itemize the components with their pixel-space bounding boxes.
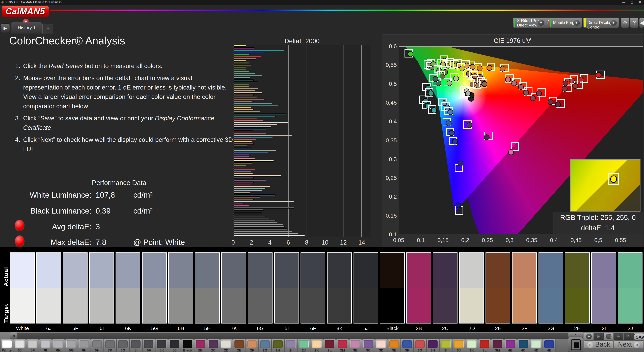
deltae-bar[interactable] — [234, 118, 257, 119]
comparator-column[interactable]: 7K — [221, 252, 247, 331]
deltae-bar[interactable] — [234, 92, 262, 93]
comparator-column[interactable]: 8K — [326, 252, 353, 331]
continuous-read-button[interactable]: ∞ — [614, 333, 623, 340]
comparator-column[interactable]: 6J — [36, 252, 62, 331]
deltae-bar[interactable] — [234, 201, 294, 202]
patch-button-3b[interactable]: 3B — [349, 339, 362, 352]
deltae-bar[interactable] — [234, 107, 251, 108]
deltae-bar[interactable] — [234, 99, 264, 100]
minimize-button[interactable]: — — [620, 0, 628, 5]
deltae-bar[interactable] — [234, 139, 256, 140]
patch-button-2c[interactable]: 2C — [207, 339, 220, 352]
measured-point[interactable] — [446, 80, 452, 86]
comparator-column[interactable]: 5J — [353, 252, 379, 331]
patch-button-3j[interactable]: 3J — [452, 339, 465, 352]
deltae-bar[interactable] — [234, 169, 256, 170]
deltae-bar[interactable] — [234, 105, 278, 106]
deltae-bar[interactable] — [234, 150, 276, 151]
comparator-column[interactable]: 5I — [274, 252, 300, 331]
measured-point[interactable] — [511, 80, 517, 86]
comparator-column[interactable]: 6H — [168, 252, 194, 331]
measured-point[interactable] — [446, 120, 452, 126]
patch-button-4e[interactable]: 4E — [543, 339, 556, 352]
patch-button-3m[interactable]: 3M — [491, 339, 504, 352]
measured-point[interactable] — [572, 83, 578, 89]
deltae-bar[interactable] — [234, 45, 246, 47]
deltae-bar[interactable] — [234, 56, 261, 57]
deltae-bar[interactable] — [234, 64, 251, 66]
measured-point[interactable] — [523, 90, 529, 95]
patch-button-black[interactable]: Black — [181, 339, 194, 352]
patch-button-white[interactable]: White — [0, 339, 13, 352]
patch-button-3k[interactable]: 3K — [465, 339, 478, 352]
deltae-bar[interactable] — [234, 113, 286, 115]
measured-point[interactable] — [456, 203, 461, 208]
patch-button-3g[interactable]: 3G — [414, 339, 426, 352]
deltae-bar[interactable] — [234, 88, 258, 89]
deltae-bar[interactable] — [234, 111, 260, 113]
deltae-bar[interactable] — [234, 122, 288, 123]
play-button[interactable]: ▶ — [594, 333, 604, 340]
source-dropdown[interactable]: Mobile Forge ▼ — [549, 17, 582, 28]
deltae-bar[interactable] — [234, 135, 292, 136]
deltae-bar[interactable] — [234, 220, 276, 221]
deltae-bar[interactable] — [234, 75, 262, 76]
comparator-column[interactable]: 2D — [458, 252, 485, 331]
deltae-bar[interactable] — [234, 52, 266, 53]
measured-point[interactable] — [428, 90, 434, 96]
deltae-bar[interactable] — [234, 158, 256, 160]
patch-button-3c[interactable]: 3C — [362, 339, 375, 352]
deltae-bar[interactable] — [234, 233, 298, 234]
deltae-bar[interactable] — [234, 79, 254, 81]
measured-point[interactable] — [518, 84, 524, 90]
deltae-chart[interactable] — [233, 44, 371, 237]
deltae-bar[interactable] — [234, 103, 272, 104]
deltae-bar[interactable] — [234, 126, 271, 128]
deltae-bar[interactable] — [234, 209, 264, 211]
deltae-bar[interactable] — [234, 205, 249, 206]
comparator-column[interactable]: 6G — [247, 252, 274, 331]
deltae-bar[interactable] — [234, 222, 278, 223]
deltae-bar[interactable] — [234, 216, 266, 217]
deltae-bar[interactable] — [234, 194, 276, 196]
deltae-bar[interactable] — [234, 214, 262, 215]
deltae-bar[interactable] — [234, 71, 249, 72]
deltae-bar[interactable] — [234, 162, 252, 164]
deltae-bar[interactable] — [234, 231, 292, 232]
deltae-bar[interactable] — [234, 203, 244, 204]
add-tab-button[interactable]: + — [43, 24, 53, 33]
deltae-bar[interactable] — [234, 94, 254, 96]
next-button[interactable]: Next » — [614, 341, 644, 348]
deltae-bar[interactable] — [234, 69, 246, 70]
measured-point[interactable] — [484, 134, 490, 140]
deltae-bar[interactable] — [234, 226, 284, 228]
measured-point[interactable] — [548, 99, 554, 105]
patch-button-3f[interactable]: 3F — [401, 339, 414, 352]
deltae-bar[interactable] — [234, 211, 262, 213]
deltae-bar[interactable] — [234, 86, 249, 87]
patch-button-2b[interactable]: 2B — [194, 339, 207, 352]
patch-button-2m[interactable]: 2M — [336, 339, 349, 352]
measured-point[interactable] — [458, 161, 464, 166]
deltae-bar[interactable] — [234, 130, 253, 132]
patch-button-5j[interactable]: 5J — [168, 339, 181, 352]
deltae-bar[interactable] — [234, 156, 249, 157]
measured-point[interactable] — [449, 130, 454, 136]
gear-icon[interactable]: ⚙ — [621, 17, 629, 28]
patch-button-2e[interactable]: 2E — [233, 339, 246, 352]
patch-button-3e[interactable]: 3E — [388, 339, 401, 352]
history-expand-button[interactable]: ▶ — [1, 23, 10, 33]
measured-point[interactable] — [505, 77, 511, 82]
patch-button-2h[interactable]: 2H — [272, 339, 284, 352]
patch-button-6k[interactable]: 6K — [52, 339, 65, 352]
deltae-bar[interactable] — [234, 143, 254, 145]
deltae-bar[interactable] — [234, 165, 246, 166]
measured-point[interactable] — [500, 66, 506, 71]
measured-point[interactable] — [453, 76, 459, 81]
deltae-bar[interactable] — [234, 101, 252, 102]
patch-button-4c[interactable]: 4C — [517, 339, 530, 352]
deltae-bar[interactable] — [234, 188, 266, 189]
deltae-bar[interactable] — [234, 160, 274, 162]
measured-point[interactable] — [563, 80, 568, 86]
comparator-column[interactable]: 2J — [617, 252, 644, 331]
